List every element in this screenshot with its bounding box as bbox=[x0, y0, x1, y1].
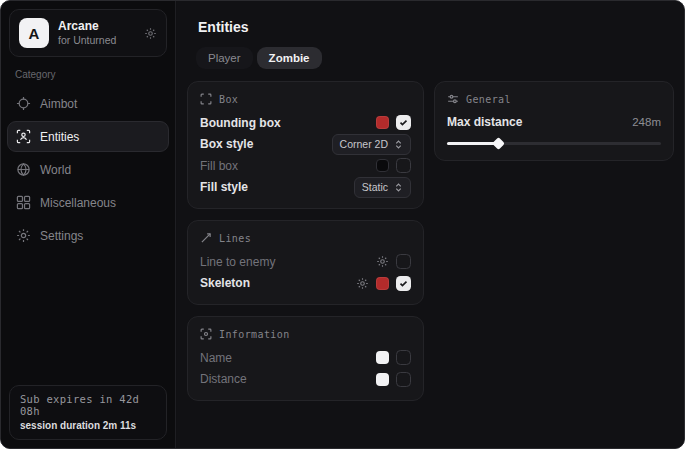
entity-tabs: Player Zombie bbox=[196, 47, 684, 69]
distance-color-swatch[interactable] bbox=[376, 373, 389, 386]
subscription-info-card: Sub expires in 42d 08h session duration … bbox=[9, 385, 167, 440]
sidebar-item-settings[interactable]: Settings bbox=[7, 220, 169, 251]
fill-style-row: Fill style Static bbox=[200, 177, 411, 199]
line-to-enemy-label: Line to enemy bbox=[200, 255, 275, 269]
gear-icon bbox=[16, 228, 31, 243]
bounding-box-checkbox[interactable] bbox=[396, 115, 411, 130]
information-card: Information Name Distance bbox=[187, 316, 424, 401]
max-distance-slider[interactable] bbox=[447, 136, 661, 150]
fill-box-row: Fill box bbox=[200, 155, 411, 177]
box-style-label: Box style bbox=[200, 137, 253, 151]
main-panel: Entities Player Zombie Box bbox=[177, 1, 684, 448]
fill-style-value: Static bbox=[362, 181, 388, 193]
header-gear-icon[interactable] bbox=[144, 27, 157, 40]
app-logo: A bbox=[19, 18, 49, 48]
box-style-value: Corner 2D bbox=[340, 138, 388, 150]
bounding-box-color-swatch[interactable] bbox=[376, 116, 389, 129]
skeleton-checkbox[interactable] bbox=[396, 276, 411, 291]
skeleton-row: Skeleton bbox=[200, 273, 411, 295]
sidebar-nav: Aimbot Entities World bbox=[1, 88, 175, 251]
max-distance-value: 248m bbox=[632, 116, 661, 128]
lines-card: Lines Line to enemy bbox=[187, 220, 424, 305]
fill-style-label: Fill style bbox=[200, 180, 248, 194]
bounding-box-row: Bounding box bbox=[200, 112, 411, 134]
sidebar: A Arcane for Unturned Category Aimbot bbox=[1, 1, 176, 448]
check-icon bbox=[399, 279, 408, 288]
sidebar-item-aimbot[interactable]: Aimbot bbox=[7, 88, 169, 119]
category-label: Category bbox=[15, 69, 161, 80]
sidebar-item-world[interactable]: World bbox=[7, 154, 169, 185]
box-card: Box Bounding box Box style bbox=[187, 81, 424, 209]
fill-style-dropdown[interactable]: Static bbox=[354, 177, 411, 198]
bounding-box-label: Bounding box bbox=[200, 116, 281, 130]
sidebar-item-label: Entities bbox=[40, 130, 79, 144]
session-duration: session duration 2m 11s bbox=[20, 420, 156, 431]
general-card: General Max distance 248m bbox=[434, 81, 674, 161]
check-icon bbox=[399, 118, 408, 127]
fill-box-checkbox[interactable] bbox=[396, 158, 411, 173]
general-card-title: General bbox=[466, 94, 511, 105]
fill-box-label: Fill box bbox=[200, 159, 238, 173]
diagonal-line-icon bbox=[200, 232, 212, 244]
information-card-title: Information bbox=[219, 329, 290, 340]
sidebar-item-label: Miscellaneous bbox=[40, 196, 116, 210]
chevrons-up-down-icon bbox=[394, 140, 403, 149]
box-card-title: Box bbox=[219, 94, 238, 105]
page-title: Entities bbox=[177, 1, 684, 35]
subscription-expiry: Sub expires in 42d 08h bbox=[20, 393, 156, 417]
sidebar-item-entities[interactable]: Entities bbox=[7, 121, 169, 152]
skeleton-color-swatch[interactable] bbox=[376, 277, 389, 290]
line-to-enemy-checkbox[interactable] bbox=[396, 254, 411, 269]
max-distance-label: Max distance bbox=[447, 115, 522, 129]
name-checkbox[interactable] bbox=[396, 350, 411, 365]
sliders-icon bbox=[447, 93, 459, 105]
line-to-enemy-row: Line to enemy bbox=[200, 251, 411, 273]
app-name: Arcane bbox=[58, 19, 135, 34]
name-row: Name bbox=[200, 347, 411, 369]
box-style-row: Box style Corner 2D bbox=[200, 134, 411, 156]
crosshair-icon bbox=[16, 96, 31, 111]
box-style-dropdown[interactable]: Corner 2D bbox=[332, 134, 411, 155]
sidebar-item-label: Settings bbox=[40, 229, 83, 243]
sidebar-item-label: Aimbot bbox=[40, 97, 77, 111]
globe-icon bbox=[16, 162, 31, 177]
tab-zombie[interactable]: Zombie bbox=[257, 47, 322, 69]
skeleton-settings-gear-icon[interactable] bbox=[356, 277, 369, 290]
max-distance-fill bbox=[447, 142, 498, 145]
info-scan-icon bbox=[200, 328, 212, 340]
grid-icon bbox=[16, 195, 31, 210]
distance-checkbox[interactable] bbox=[396, 372, 411, 387]
slider-thumb[interactable] bbox=[492, 137, 505, 150]
box-scan-icon bbox=[200, 93, 212, 105]
lines-card-title: Lines bbox=[219, 233, 251, 244]
skeleton-label: Skeleton bbox=[200, 276, 250, 290]
sidebar-item-miscellaneous[interactable]: Miscellaneous bbox=[7, 187, 169, 218]
app-subtitle: for Unturned bbox=[58, 34, 135, 47]
fill-box-color-swatch[interactable] bbox=[376, 159, 389, 172]
distance-row: Distance bbox=[200, 369, 411, 391]
app-header-card: A Arcane for Unturned bbox=[9, 9, 167, 57]
name-color-swatch[interactable] bbox=[376, 351, 389, 364]
sidebar-item-label: World bbox=[40, 163, 71, 177]
tab-player[interactable]: Player bbox=[196, 47, 253, 69]
name-label: Name bbox=[200, 351, 232, 365]
chevrons-up-down-icon bbox=[394, 183, 403, 192]
arcane-app-window: A Arcane for Unturned Category Aimbot bbox=[0, 0, 685, 449]
distance-label: Distance bbox=[200, 372, 247, 386]
line-to-enemy-settings-gear-icon[interactable] bbox=[376, 255, 389, 268]
entity-scan-icon bbox=[16, 129, 31, 144]
